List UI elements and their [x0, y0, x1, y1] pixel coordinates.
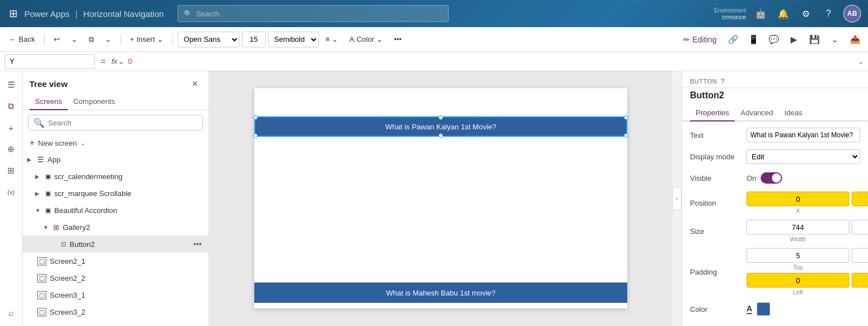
search-left-icon[interactable]: ⌕	[2, 303, 20, 321]
tree-view-icon[interactable]: ⧉	[2, 97, 20, 115]
padding-right-input[interactable]	[852, 273, 868, 288]
screen-icon-calender: ▣	[45, 173, 51, 180]
share-button[interactable]: 🔗	[724, 31, 741, 48]
fx-button[interactable]: fx ⌄	[111, 57, 124, 66]
position-x-input[interactable]	[747, 192, 849, 206]
text-prop-input[interactable]	[747, 128, 860, 142]
comment-button[interactable]: 💬	[765, 31, 782, 48]
tree-search-box[interactable]: 🔍	[28, 115, 203, 131]
padding-left-input[interactable]	[747, 273, 849, 288]
phone-button[interactable]: 📱	[745, 31, 762, 48]
apps-grid-icon[interactable]: ⊞	[7, 5, 20, 22]
width-input[interactable]	[747, 220, 849, 234]
notification-icon[interactable]: 🔔	[775, 6, 791, 21]
tab-ideas[interactable]: Ideas	[779, 105, 808, 121]
right-panel-header: BUTTON ?	[682, 71, 868, 88]
insert-button[interactable]: + Insert ⌄	[125, 31, 168, 48]
add-control-icon[interactable]: +	[2, 119, 20, 137]
settings-icon[interactable]: ⚙	[798, 6, 814, 21]
variables-icon[interactable]: {x}	[2, 183, 20, 201]
color-swatch[interactable]	[757, 302, 770, 316]
padding-bottom-input[interactable]	[852, 248, 868, 263]
pencil-icon: ✏	[683, 35, 690, 44]
data-sources-icon[interactable]: ⊕	[2, 140, 20, 158]
tree-item-scr-marquee[interactable]: ▶ ▣ scr_marquee Scrollable	[23, 185, 209, 202]
marquee-label: scr_marquee Scrollable	[54, 189, 204, 198]
editing-button[interactable]: ✏ Editing	[679, 35, 721, 44]
top-nav-right: Environment crmonce 🤖 🔔 ⚙ ? AB	[714, 5, 861, 23]
tree-search-input[interactable]	[48, 119, 198, 127]
tab-advanced[interactable]: Advanced	[735, 105, 779, 121]
prop-row-visible: Visible On	[690, 170, 860, 186]
collapse-sidebar-icon[interactable]: ☰	[2, 76, 20, 94]
tree-item-button2[interactable]: ⊡ Button2 •••	[23, 236, 209, 253]
formula-expand-icon[interactable]: ⌄	[858, 58, 863, 66]
font-select[interactable]: Open Sans	[177, 32, 240, 47]
new-screen-button[interactable]: + New screen ⌄	[23, 135, 209, 151]
right-panel-collapse-button[interactable]: ›	[672, 188, 682, 210]
environment-label: Environment	[714, 7, 746, 14]
paste-dropdown-button[interactable]: ⌄	[101, 31, 116, 48]
tree-close-button[interactable]: ✕	[188, 77, 202, 90]
tree-item-screen3-1[interactable]: ▢ Screen3_1	[23, 286, 209, 303]
tab-screens[interactable]: Screens	[29, 94, 68, 110]
back-button[interactable]: ← Back	[5, 31, 40, 48]
size-label: Size	[690, 227, 747, 236]
variable-selector[interactable]	[5, 54, 95, 69]
toolbar-separator-3	[172, 34, 173, 45]
tree-item-screen2-1[interactable]: ▢ Screen2_1	[23, 253, 209, 270]
right-panel-tabs: Properties Advanced Ideas	[682, 105, 868, 121]
copilot-icon[interactable]: 🤖	[753, 6, 769, 21]
tree-item-app[interactable]: ▶ ☰ App	[23, 151, 209, 168]
prop-row-padding: Padding Top Bottom Left	[690, 248, 860, 295]
tab-properties[interactable]: Properties	[690, 105, 735, 121]
top-search-bar[interactable]: 🔍 Search	[177, 5, 449, 22]
insert-dropdown-icon: ⌄	[157, 35, 163, 44]
screen3-1-label: Screen3_1	[50, 291, 204, 299]
tree-header: Tree view ✕	[23, 71, 209, 94]
font-weight-select[interactable]: Semibold	[268, 32, 319, 47]
save-button[interactable]: 💾	[806, 31, 823, 48]
visible-toggle[interactable]	[761, 172, 782, 184]
tree-item-gallery2[interactable]: ▼ ⊞ Gallery2	[23, 219, 209, 236]
accordion-label: Beautiful Accordion	[54, 206, 204, 215]
avatar[interactable]: AB	[843, 5, 861, 23]
copy-button[interactable]: ⧉	[84, 31, 98, 48]
canvas-button-bottom[interactable]: What is Mahesh Babu 1st movie?	[254, 282, 627, 303]
save-dropdown-button[interactable]: ⌄	[826, 31, 843, 48]
tree-item-screen2-2[interactable]: ▢ Screen2_2	[23, 270, 209, 286]
help-icon[interactable]: ?	[821, 6, 836, 21]
canvas-button-top[interactable]: What is Pawan Kalyan 1st Movie?	[254, 116, 627, 137]
color-selector: A	[747, 302, 860, 316]
top-label: Top	[747, 264, 849, 271]
align-button[interactable]: ≡ ⌄	[321, 31, 342, 48]
tree-item-beautiful-accordion[interactable]: ▼ ▣ Beautiful Accordion	[23, 202, 209, 219]
padding-top-input[interactable]	[747, 248, 849, 263]
app-icon: ☰	[37, 155, 44, 164]
new-screen-dropdown-icon: ⌄	[80, 140, 85, 147]
play-button[interactable]: ▶	[785, 31, 802, 48]
color-button[interactable]: A Color ⌄	[345, 31, 387, 48]
display-mode-select[interactable]: Edit	[747, 149, 860, 164]
help-circle-icon[interactable]: ?	[721, 77, 724, 85]
media-icon[interactable]: ⊞	[2, 162, 20, 180]
undo-button[interactable]: ↩	[49, 31, 64, 48]
position-y-input[interactable]	[852, 192, 868, 206]
element-name: Button2	[682, 88, 868, 105]
calender-label: scr_calendermeeting	[54, 172, 204, 181]
tab-components[interactable]: Components	[68, 94, 121, 110]
tree-item-scr-calender[interactable]: ▶ ▣ scr_calendermeeting	[23, 168, 209, 185]
plus-screen-icon: +	[29, 138, 34, 148]
prop-row-size: Size Width Height	[690, 220, 860, 242]
size-inputs: Width Height	[747, 220, 868, 242]
undo-dropdown-button[interactable]: ⌄	[67, 31, 82, 48]
prop-row-text: Text	[690, 127, 860, 143]
height-input[interactable]	[852, 220, 868, 234]
tree-item-screen3-2[interactable]: ▢ Screen3_2	[23, 303, 209, 320]
prop-row-display-mode: Display mode Edit	[690, 149, 860, 164]
font-size-input[interactable]	[242, 32, 266, 47]
more-options-button[interactable]: •••	[389, 31, 406, 48]
button2-context-menu[interactable]: •••	[191, 240, 204, 249]
handle-br	[624, 133, 628, 138]
publish-button[interactable]: 📤	[847, 31, 863, 48]
